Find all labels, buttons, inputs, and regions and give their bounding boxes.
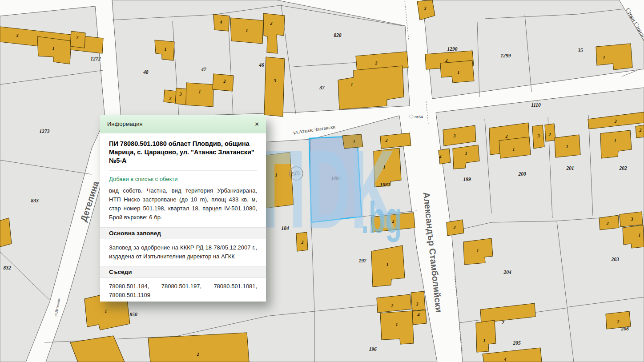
building-label: 1 xyxy=(465,151,467,156)
building-label: 2 xyxy=(301,240,304,245)
street-label: ул.Детелина xyxy=(53,298,61,317)
building-label: 3 xyxy=(614,119,617,124)
parcel-label-832: 832 xyxy=(3,265,11,270)
building-label: 1 xyxy=(639,233,641,237)
building xyxy=(176,88,186,105)
parcel-label-850: 850 xyxy=(129,312,137,317)
building-label: 2 xyxy=(548,132,551,137)
watermark: ПDK .bg xyxy=(262,127,402,251)
info-panel-body: ПИ 78080.501.1080 област Пловдив, община… xyxy=(100,133,266,300)
parcel-label-833: 833 xyxy=(31,198,39,203)
parcel-label-200: 200 xyxy=(518,171,526,177)
building-label: 4 xyxy=(439,154,442,159)
add-to-list-link[interactable]: Добави в списък с обекти xyxy=(109,176,257,182)
building xyxy=(264,57,285,117)
section-text-order: Заповед за одобрение на КККР РД-18-78/05… xyxy=(109,243,257,261)
parcel-label-48: 48 xyxy=(143,69,149,75)
parcel-label-47: 47 xyxy=(201,67,207,72)
building-label: 2 xyxy=(385,138,388,143)
building-label: 3 xyxy=(631,217,633,221)
building-label: 1 xyxy=(513,147,515,152)
building xyxy=(380,311,414,344)
building-label: 1 xyxy=(275,173,278,177)
watermark-suffix: .bg xyxy=(361,193,402,242)
info-panel: Информация × ПИ 78080.501.1080 област Пл… xyxy=(100,115,266,302)
building xyxy=(148,333,249,362)
building xyxy=(186,83,213,107)
building-label: 1 xyxy=(386,262,389,267)
building-label: 1 xyxy=(477,248,479,253)
parcel-label-184: 184 xyxy=(281,225,289,231)
parcel-label-199: 199 xyxy=(463,177,471,182)
parcel-title: ПИ 78080.501.1080 област Пловдив, община… xyxy=(109,140,257,171)
parcel-label-202: 202 xyxy=(619,165,627,171)
building-label: 2 xyxy=(223,79,226,84)
building-label: 1 xyxy=(165,47,167,52)
parcel-label-1110: 1110 xyxy=(531,102,541,108)
parcel-label-1273: 1273 xyxy=(40,129,50,134)
building-label: 1 xyxy=(566,144,568,149)
survey-point-label: пт64 xyxy=(415,115,423,119)
building-label: 1 xyxy=(483,338,486,343)
parcel-label-35: 35 xyxy=(577,48,583,53)
building xyxy=(599,215,619,230)
parcel-label-201: 201 xyxy=(566,165,574,171)
parcel-label-206: 206 xyxy=(620,326,629,331)
building-label: 3 xyxy=(179,92,182,97)
building-label: 2 xyxy=(392,219,394,224)
section-heading-order: Основна заповед xyxy=(100,227,266,239)
parcel-label-1081: 1081 xyxy=(380,182,390,187)
section-text-neighbors: 78080.501.184, 78080.501.197, 78080.501.… xyxy=(109,282,257,300)
building-label: 1 xyxy=(353,139,355,144)
parcel-label-828: 828 xyxy=(334,32,342,38)
building-label: 3 xyxy=(453,133,456,138)
building-label: 2 xyxy=(505,134,508,139)
info-panel-header: Информация × xyxy=(100,115,266,133)
close-icon[interactable]: × xyxy=(255,121,259,127)
cadastral-map[interactable]: 1080 501 пт64 ПDK .bg 127212738338324847… xyxy=(0,0,644,362)
building-label: 4 xyxy=(417,312,420,317)
building-label: 3 xyxy=(424,6,427,11)
parcel-label-1272: 1272 xyxy=(91,56,101,61)
building-label: 1 xyxy=(246,28,248,33)
parcel-label-196: 196 xyxy=(369,346,377,352)
building-label: 2 xyxy=(270,21,273,26)
building-label: 1 xyxy=(383,165,386,169)
parcel-label-203: 203 xyxy=(611,257,619,262)
info-panel-title: Информация xyxy=(107,121,143,127)
parcel-label-46: 46 xyxy=(258,62,264,68)
parcel-label-197: 197 xyxy=(358,258,367,263)
building xyxy=(499,137,531,158)
building-label: 2 xyxy=(391,303,394,308)
building-label: 1 xyxy=(396,322,398,327)
parcel-label-204: 204 xyxy=(503,269,511,275)
building-label: 4 xyxy=(220,20,222,24)
building-label: 4 xyxy=(504,357,507,362)
building-label: 1 xyxy=(52,46,55,51)
building-label: 2 xyxy=(453,225,456,230)
survey-point-marker: пт64 xyxy=(410,115,423,119)
building-label: 2 xyxy=(169,96,172,101)
building-label: 2 xyxy=(502,320,504,325)
building-label: 2 xyxy=(76,35,79,40)
parcel-label-1290: 1290 xyxy=(447,46,458,52)
building-label: 3 xyxy=(416,302,419,306)
parcel-label-1299: 1299 xyxy=(501,53,511,58)
building-label: 3 xyxy=(16,33,19,38)
building-label: 2 xyxy=(197,352,199,357)
parcel-description: вид собств. Частна, вид територия Урбани… xyxy=(109,186,257,222)
parcel-label-37: 37 xyxy=(319,85,325,90)
building-label: 2 xyxy=(639,128,642,133)
building-label: 1 xyxy=(603,55,605,60)
building xyxy=(411,291,425,311)
building-label: 1 xyxy=(105,309,107,314)
building-label: 1 xyxy=(458,70,460,75)
section-heading-neighbors: Съседи xyxy=(100,266,266,278)
building-label: 3 xyxy=(537,133,540,138)
building-label: 1 xyxy=(351,82,353,87)
building-label: 2 xyxy=(617,319,620,324)
building-label: 1 xyxy=(199,89,201,94)
building-label: 2 xyxy=(375,60,378,65)
building xyxy=(213,74,233,91)
building-label: 3 xyxy=(274,78,276,83)
